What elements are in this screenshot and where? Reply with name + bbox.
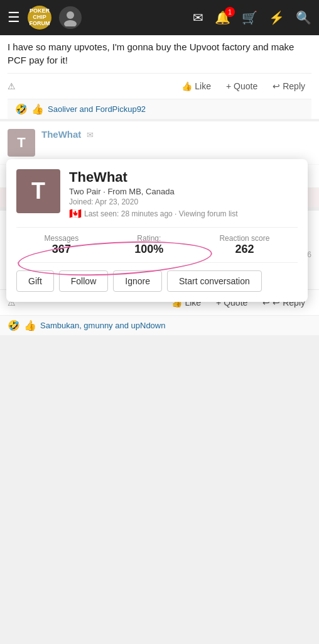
popup-area: T TheWhat ✉ T TheWhat Two Pair · From MB… [0, 121, 319, 207]
stat-reaction: Reaction score 262 [219, 234, 269, 256]
search-icon[interactable]: 🔍 [296, 10, 311, 25]
like-button[interactable]: 👍 Like [175, 79, 217, 94]
warning-icon[interactable]: ⚠ [8, 81, 16, 91]
post-avatar: T [8, 129, 35, 157]
site-logo[interactable]: POKERCHIPFORUM [28, 6, 51, 30]
quote-button[interactable]: + Quote [220, 79, 264, 94]
stat-rating: Rating: 100% [134, 234, 163, 256]
stat-messages: Messages 367 [45, 234, 79, 256]
reply-button[interactable]: ↩ Reply [266, 79, 311, 94]
thumbs-emoji-2: 👍 [24, 319, 36, 331]
popup-top: T TheWhat Two Pair · From MB, Canada Joi… [16, 169, 298, 219]
bolt-icon[interactable]: ⚡ [269, 10, 284, 25]
messages-label: Messages [45, 234, 79, 243]
last-seen-text: Last seen: 28 minutes ago · Viewing foru… [84, 209, 238, 218]
popup-username: TheWhat [69, 169, 298, 186]
quote-label: + Quote [226, 81, 257, 91]
reaction-label: Reaction score [219, 234, 269, 243]
second-reaction-users: Sambukan, gmunny and upNdown [40, 321, 165, 330]
popup-joined: Joined: Apr 23, 2020 [69, 197, 298, 206]
messages-value: 367 [45, 243, 79, 256]
laugh-emoji-2: 🤣 [8, 319, 20, 331]
top-post-reactions: 🤣 👍 Saoliver and FordPickup92 [8, 99, 311, 119]
popup-buttons: Gift Follow Ignore Start conversation [16, 270, 298, 292]
follow-button[interactable]: Follow [59, 270, 108, 292]
top-post-body: I have so many upvotes, I'm gonna buy th… [8, 40, 311, 67]
rating-label: Rating: [134, 234, 163, 243]
thumbs-emoji: 👍 [31, 103, 44, 115]
logo-circle: POKERCHIPFORUM [28, 6, 51, 30]
svg-point-1 [64, 20, 77, 26]
popup-user-details: TheWhat Two Pair · From MB, Canada Joine… [69, 169, 298, 219]
start-conversation-button[interactable]: Start conversation [167, 270, 262, 292]
thumbs-up-icon: 👍 [181, 81, 192, 91]
top-post: I have so many upvotes, I'm gonna buy th… [0, 35, 319, 119]
popup-avatar: T [16, 169, 60, 213]
reply-icon: ↩ [273, 81, 280, 91]
notification-badge: 1 [225, 7, 235, 17]
mail-icon[interactable]: ✉ [193, 10, 203, 25]
mail-small-icon[interactable]: ✉ [87, 130, 94, 140]
gift-button[interactable]: Gift [16, 270, 54, 292]
laugh-emoji: 🤣 [15, 103, 28, 115]
popup-last-seen: 🇨🇦 Last seen: 28 minutes ago · Viewing f… [69, 208, 298, 219]
ignore-button[interactable]: Ignore [113, 270, 162, 292]
top-post-actions: ⚠ 👍 Like + Quote ↩ Reply [8, 73, 311, 99]
partial-post-header: T TheWhat ✉ [0, 121, 319, 164]
reaction-users: Saoliver and FordPickup92 [48, 104, 146, 114]
header: ☰ POKERCHIPFORUM ✉ 🔔 1 🛒 ⚡ 🔍 [0, 0, 319, 35]
post-header-info: TheWhat ✉ [41, 129, 311, 140]
popup-stats: Messages 367 Rating: 100% Reaction score… [16, 227, 298, 263]
header-icons: ✉ 🔔 1 🛒 ⚡ 🔍 [193, 10, 311, 25]
second-post-reactions: 🤣 👍 Sambukan, gmunny and upNdown [0, 315, 319, 335]
reaction-value: 262 [219, 243, 269, 256]
popup-rank: Two Pair · From MB, Canada [69, 187, 298, 196]
reply-label: Reply [283, 81, 305, 91]
post-username[interactable]: TheWhat [41, 129, 81, 140]
svg-point-0 [67, 11, 74, 19]
rating-value: 100% [134, 243, 163, 256]
menu-icon[interactable]: ☰ [8, 9, 20, 26]
cart-icon[interactable]: 🛒 [242, 10, 257, 25]
user-popup-card: T TheWhat Two Pair · From MB, Canada Joi… [6, 159, 308, 302]
notification-icon[interactable]: 🔔 1 [215, 10, 230, 25]
header-avatar[interactable] [59, 6, 82, 29]
flag-icon: 🇨🇦 [69, 208, 82, 219]
like-label: Like [195, 81, 211, 91]
